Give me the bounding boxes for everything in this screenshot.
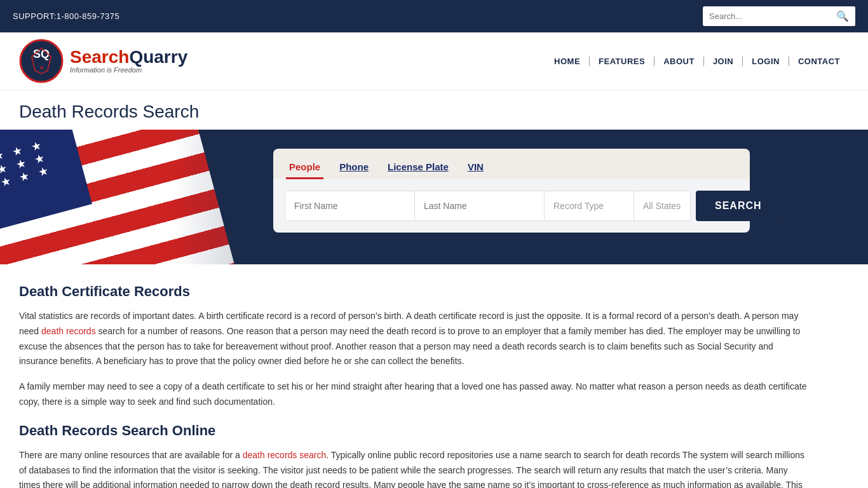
svg-text:SQ: SQ	[33, 48, 50, 60]
search-widget: People Phone License Plate VIN Record Ty…	[273, 149, 750, 233]
state-select[interactable]: All States Alabama Alaska Arizona Califo…	[634, 191, 691, 221]
record-type-select[interactable]: Record Type Death Records Birth Records …	[545, 191, 634, 221]
section1-title: Death Certificate Records	[19, 283, 807, 300]
nav-about[interactable]: ABOUT	[654, 57, 704, 66]
logo-icon: SQ ★	[19, 39, 64, 83]
last-name-input[interactable]	[415, 191, 545, 221]
logo-quarry: Quarry	[129, 47, 187, 67]
nav-contact[interactable]: CONTACT	[789, 57, 849, 66]
logo-text: SearchQuarry Information is Freedom	[70, 48, 187, 74]
section2-paragraph1: There are many online resources that are…	[19, 448, 807, 488]
support-text: SUPPORT:1-800-859-7375	[13, 11, 119, 21]
section2-p1-text: There are many online resources that are…	[19, 450, 243, 460]
hero-section: ★ ★ ★ ★ ★★ ★ ★ ★ ★★ ★ ★ ★ ★ People Phone…	[0, 130, 868, 264]
logo-name: SearchQuarry	[70, 48, 187, 66]
nav-home[interactable]: HOME	[545, 57, 590, 66]
first-name-input[interactable]	[285, 191, 415, 221]
logo-tagline: Information is Freedom	[70, 66, 187, 74]
section1-p1b-text: search for a number of reasons. One reas…	[19, 326, 800, 367]
section2-title: Death Records Search Online	[19, 423, 807, 439]
top-search-button[interactable]: 🔍	[830, 6, 855, 26]
logo-search: Search	[70, 47, 129, 67]
search-tabs: People Phone License Plate VIN	[273, 149, 750, 179]
svg-text:★: ★	[39, 65, 44, 71]
section1-paragraph2: A family member may need to see a copy o…	[19, 379, 807, 410]
page-title: Death Records Search	[19, 102, 849, 122]
tab-license-plate[interactable]: License Plate	[384, 156, 452, 179]
top-search-input[interactable]	[703, 8, 830, 25]
main-content: Death Certificate Records Vital statisti…	[0, 264, 826, 488]
nav-features[interactable]: FEATURES	[590, 57, 654, 66]
tab-vin[interactable]: VIN	[465, 156, 487, 179]
svg-point-0	[20, 40, 62, 82]
section1-paragraph1: Vital statistics are records of importan…	[19, 309, 807, 369]
main-header: SQ ★ SearchQuarry Information is Freedom…	[0, 32, 868, 90]
tab-phone[interactable]: Phone	[336, 156, 372, 179]
top-bar: SUPPORT:1-800-859-7375 🔍	[0, 0, 868, 32]
search-button[interactable]: SEARCH	[696, 191, 781, 221]
nav-login[interactable]: LOGIN	[743, 57, 789, 66]
death-records-link2[interactable]: death records search	[243, 450, 327, 460]
top-search-bar[interactable]: 🔍	[703, 6, 855, 26]
page-title-area: Death Records Search	[0, 90, 868, 130]
nav-join[interactable]: JOIN	[704, 57, 743, 66]
main-nav: HOME FEATURES ABOUT JOIN LOGIN CONTACT	[545, 57, 849, 66]
search-form: Record Type Death Records Birth Records …	[273, 179, 750, 233]
tab-people[interactable]: People	[286, 156, 323, 179]
death-records-link1[interactable]: death records	[41, 326, 96, 336]
logo: SQ ★ SearchQuarry Information is Freedom	[19, 39, 187, 83]
